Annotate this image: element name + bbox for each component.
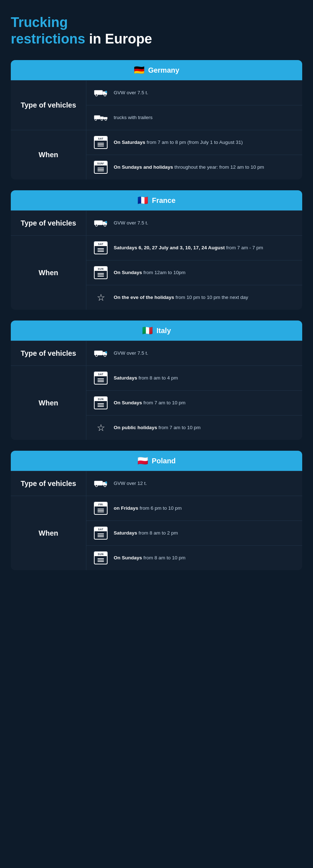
when-item-italy-2: ☆On public holidays from 7 am to 10 pm (86, 415, 302, 440)
svg-point-14 (95, 224, 97, 226)
calendar-icon-germany-1: SUN* (93, 161, 109, 174)
when-text-france-2: On the eve of the holidays from 10 pm to… (114, 294, 248, 301)
truck-icon-france-0 (93, 217, 109, 230)
country-card-poland: 🇵🇱PolandType of vehicles GVW over 12 t.W… (11, 451, 302, 570)
truck-icon-germany-1 (93, 111, 109, 124)
country-header-germany: 🇩🇪Germany (11, 60, 302, 80)
vehicles-content-germany: GVW over 7.5 t. trucks with trailers (86, 81, 302, 130)
when-row-france: When SAT Saturdays 6, 20, 27 July and 3,… (11, 235, 302, 310)
svg-rect-11 (94, 221, 103, 225)
flag-poland: 🇵🇱 (137, 456, 148, 466)
calendar-icon-france-0: SAT (93, 241, 109, 254)
when-item-poland-2: SUN On Sundays from 8 am to 10 pm (86, 546, 302, 570)
when-row-poland: When FRI on Fridays from 6 pm to 10 pm S… (11, 496, 302, 570)
when-text-poland-2: On Sundays from 8 am to 10 pm (114, 555, 186, 562)
when-label-poland: When (11, 496, 86, 570)
when-item-poland-1: SAT Saturdays from 8 am to 2 pm (86, 521, 302, 546)
calendar-icon-poland-2: SUN (93, 551, 109, 564)
svg-rect-16 (94, 351, 103, 355)
svg-rect-0 (94, 90, 103, 95)
vehicle-item-france-0: GVW over 7.5 t. (86, 211, 302, 235)
title-in-europe: in Europe (85, 31, 152, 46)
when-text-germany-1: On Sundays and holidays throughout the y… (114, 164, 264, 171)
vehicles-label-poland: Type of vehicles (11, 471, 86, 496)
country-card-germany: 🇩🇪GermanyType of vehicles GVW over 7.5 t… (11, 60, 302, 179)
country-header-italy: 🇮🇹Italy (11, 321, 302, 341)
calendar-icon-italy-1: SUN (93, 396, 109, 409)
when-text-france-0: Saturdays 6, 20, 27 July and 3, 10, 17, … (114, 245, 263, 251)
vehicles-content-poland: GVW over 12 t. (86, 471, 302, 496)
vehicle-text-france-0: GVW over 7.5 t. (114, 220, 148, 227)
truck-icon-germany-0 (93, 86, 109, 99)
when-label-italy: When (11, 366, 86, 440)
when-item-germany-1: SUN* On Sundays and holidays throughout … (86, 155, 302, 179)
calendar-icon-germany-0: SAT (93, 136, 109, 149)
svg-point-3 (95, 94, 97, 96)
svg-rect-23 (105, 482, 107, 483)
svg-rect-13 (105, 221, 107, 223)
truck-icon-italy-0 (93, 347, 109, 360)
country-card-france: 🇫🇷FranceType of vehicles GVW over 7.5 t.… (11, 190, 302, 310)
vehicles-row-italy: Type of vehicles GVW over 7.5 t. (11, 341, 302, 365)
vehicle-text-italy-0: GVW over 7.5 t. (114, 350, 148, 357)
when-row-italy: When SAT Saturdays from 8 am to 4 pm SUN… (11, 365, 302, 440)
svg-point-15 (104, 224, 106, 226)
country-name-germany: Germany (148, 66, 180, 74)
vehicle-text-germany-1: trucks with trailers (114, 114, 153, 121)
page-title: Truckingrestrictions in Europe (11, 14, 302, 47)
svg-point-19 (95, 355, 97, 356)
svg-rect-18 (105, 351, 107, 353)
vehicle-text-germany-0: GVW over 7.5 t. (114, 90, 148, 96)
country-header-france: 🇫🇷France (11, 190, 302, 210)
when-text-france-1: On Sundays from 12am to 10pm (114, 269, 186, 276)
svg-point-10 (105, 119, 107, 121)
svg-point-9 (101, 119, 103, 121)
vehicle-item-poland-0: GVW over 12 t. (86, 471, 302, 496)
when-text-italy-0: Saturdays from 8 am to 4 pm (114, 375, 178, 382)
when-item-poland-0: FRI on Fridays from 6 pm to 10 pm (86, 496, 302, 521)
vehicle-text-poland-0: GVW over 12 t. (114, 480, 147, 487)
title-trucking: Truckingrestrictions (11, 15, 85, 46)
vehicle-item-italy-0: GVW over 7.5 t. (86, 341, 302, 365)
star-icon-france-2: ☆ (93, 291, 109, 304)
svg-point-24 (95, 485, 97, 487)
vehicles-label-germany: Type of vehicles (11, 81, 86, 130)
when-label-france: When (11, 236, 86, 310)
when-text-poland-1: Saturdays from 8 am to 2 pm (114, 530, 178, 537)
truck-icon-poland-0 (93, 477, 109, 490)
calendar-icon-poland-1: SAT (93, 527, 109, 540)
svg-rect-2 (105, 91, 107, 93)
when-label-germany: When (11, 130, 86, 179)
when-item-germany-0: SAT On Saturdays from 7 am to 8 pm (from… (86, 130, 302, 155)
country-name-poland: Poland (152, 457, 176, 465)
country-card-italy: 🇮🇹ItalyType of vehicles GVW over 7.5 t.W… (11, 321, 302, 440)
country-name-france: France (152, 196, 176, 205)
vehicles-row-germany: Type of vehicles GVW over 7.5 t. trucks … (11, 80, 302, 130)
calendar-icon-italy-0: SAT (93, 372, 109, 385)
vehicles-label-italy: Type of vehicles (11, 341, 86, 365)
star-icon-italy-2: ☆ (93, 421, 109, 434)
svg-point-25 (104, 485, 106, 487)
when-content-germany: SAT On Saturdays from 7 am to 8 pm (from… (86, 130, 302, 179)
when-content-italy: SAT Saturdays from 8 am to 4 pm SUN On S… (86, 366, 302, 440)
when-text-poland-0: on Fridays from 6 pm to 10 pm (114, 505, 182, 512)
svg-rect-5 (94, 115, 100, 119)
when-item-italy-1: SUN On Sundays from 7 am to 10 pm (86, 391, 302, 415)
svg-point-4 (104, 94, 106, 96)
vehicles-content-italy: GVW over 7.5 t. (86, 341, 302, 365)
when-text-italy-1: On Sundays from 7 am to 10 pm (114, 400, 186, 406)
country-header-poland: 🇵🇱Poland (11, 451, 302, 471)
vehicles-content-france: GVW over 7.5 t. (86, 211, 302, 235)
vehicles-row-poland: Type of vehicles GVW over 12 t. (11, 471, 302, 496)
country-name-italy: Italy (156, 327, 171, 335)
flag-italy: 🇮🇹 (142, 326, 153, 336)
when-row-germany: When SAT On Saturdays from 7 am to 8 pm … (11, 130, 302, 179)
flag-germany: 🇩🇪 (134, 65, 145, 75)
vehicles-label-france: Type of vehicles (11, 211, 86, 235)
calendar-icon-france-1: SUN (93, 266, 109, 279)
svg-rect-21 (94, 481, 103, 486)
when-text-germany-0: On Saturdays from 7 am to 8 pm (from Jul… (114, 139, 243, 146)
when-item-italy-0: SAT Saturdays from 8 am to 4 pm (86, 366, 302, 391)
when-content-france: SAT Saturdays 6, 20, 27 July and 3, 10, … (86, 236, 302, 310)
flag-france: 🇫🇷 (137, 195, 148, 205)
